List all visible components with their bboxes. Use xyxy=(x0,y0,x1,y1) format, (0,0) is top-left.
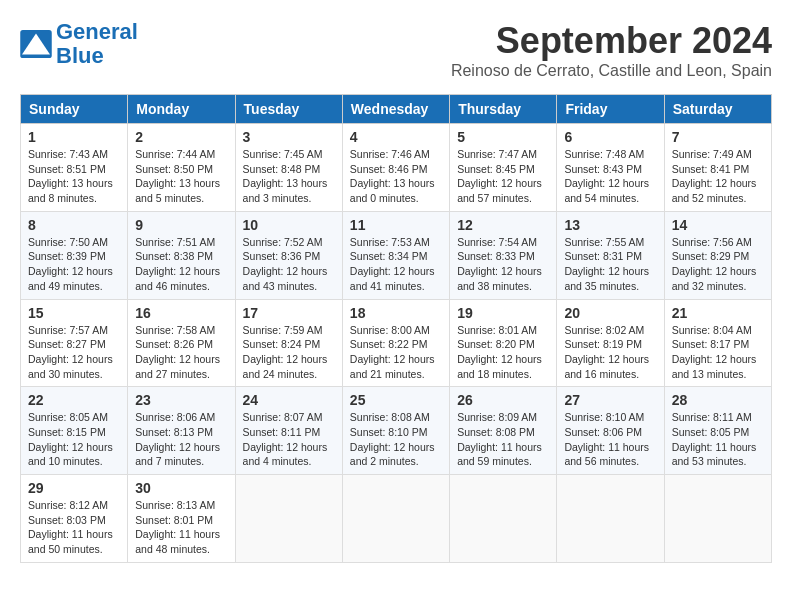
calendar-header-sunday: Sunday xyxy=(21,95,128,124)
calendar-cell xyxy=(450,475,557,563)
calendar-header-friday: Friday xyxy=(557,95,664,124)
day-number: 24 xyxy=(243,392,335,408)
day-number: 7 xyxy=(672,129,764,145)
day-info: Sunrise: 7:43 AMSunset: 8:51 PMDaylight:… xyxy=(28,147,120,206)
day-number: 20 xyxy=(564,305,656,321)
day-number: 21 xyxy=(672,305,764,321)
day-info: Sunrise: 8:09 AMSunset: 8:08 PMDaylight:… xyxy=(457,410,549,469)
day-number: 11 xyxy=(350,217,442,233)
calendar-cell: 1Sunrise: 7:43 AMSunset: 8:51 PMDaylight… xyxy=(21,124,128,212)
day-info: Sunrise: 7:48 AMSunset: 8:43 PMDaylight:… xyxy=(564,147,656,206)
calendar-cell: 23Sunrise: 8:06 AMSunset: 8:13 PMDayligh… xyxy=(128,387,235,475)
day-number: 18 xyxy=(350,305,442,321)
calendar-cell: 5Sunrise: 7:47 AMSunset: 8:45 PMDaylight… xyxy=(450,124,557,212)
day-number: 23 xyxy=(135,392,227,408)
day-info: Sunrise: 7:53 AMSunset: 8:34 PMDaylight:… xyxy=(350,235,442,294)
calendar-header-monday: Monday xyxy=(128,95,235,124)
day-info: Sunrise: 7:57 AMSunset: 8:27 PMDaylight:… xyxy=(28,323,120,382)
day-number: 6 xyxy=(564,129,656,145)
calendar-cell xyxy=(342,475,449,563)
calendar-header-saturday: Saturday xyxy=(664,95,771,124)
day-info: Sunrise: 8:02 AMSunset: 8:19 PMDaylight:… xyxy=(564,323,656,382)
calendar-cell: 15Sunrise: 7:57 AMSunset: 8:27 PMDayligh… xyxy=(21,299,128,387)
calendar-cell: 9Sunrise: 7:51 AMSunset: 8:38 PMDaylight… xyxy=(128,211,235,299)
calendar-cell: 26Sunrise: 8:09 AMSunset: 8:08 PMDayligh… xyxy=(450,387,557,475)
calendar-cell: 7Sunrise: 7:49 AMSunset: 8:41 PMDaylight… xyxy=(664,124,771,212)
day-number: 3 xyxy=(243,129,335,145)
day-number: 16 xyxy=(135,305,227,321)
day-info: Sunrise: 7:56 AMSunset: 8:29 PMDaylight:… xyxy=(672,235,764,294)
day-number: 15 xyxy=(28,305,120,321)
day-info: Sunrise: 8:13 AMSunset: 8:01 PMDaylight:… xyxy=(135,498,227,557)
day-info: Sunrise: 8:01 AMSunset: 8:20 PMDaylight:… xyxy=(457,323,549,382)
calendar-cell: 28Sunrise: 8:11 AMSunset: 8:05 PMDayligh… xyxy=(664,387,771,475)
day-info: Sunrise: 8:10 AMSunset: 8:06 PMDaylight:… xyxy=(564,410,656,469)
day-number: 22 xyxy=(28,392,120,408)
day-info: Sunrise: 7:59 AMSunset: 8:24 PMDaylight:… xyxy=(243,323,335,382)
day-number: 5 xyxy=(457,129,549,145)
day-info: Sunrise: 7:51 AMSunset: 8:38 PMDaylight:… xyxy=(135,235,227,294)
day-number: 25 xyxy=(350,392,442,408)
logo: General Blue xyxy=(20,20,138,68)
calendar-cell: 4Sunrise: 7:46 AMSunset: 8:46 PMDaylight… xyxy=(342,124,449,212)
day-info: Sunrise: 7:49 AMSunset: 8:41 PMDaylight:… xyxy=(672,147,764,206)
location-title: Reinoso de Cerrato, Castille and Leon, S… xyxy=(451,62,772,80)
calendar-cell: 20Sunrise: 8:02 AMSunset: 8:19 PMDayligh… xyxy=(557,299,664,387)
day-info: Sunrise: 7:50 AMSunset: 8:39 PMDaylight:… xyxy=(28,235,120,294)
day-info: Sunrise: 8:06 AMSunset: 8:13 PMDaylight:… xyxy=(135,410,227,469)
calendar-cell: 18Sunrise: 8:00 AMSunset: 8:22 PMDayligh… xyxy=(342,299,449,387)
day-info: Sunrise: 8:05 AMSunset: 8:15 PMDaylight:… xyxy=(28,410,120,469)
logo-line1: General xyxy=(56,19,138,44)
calendar-cell: 12Sunrise: 7:54 AMSunset: 8:33 PMDayligh… xyxy=(450,211,557,299)
day-number: 10 xyxy=(243,217,335,233)
day-number: 8 xyxy=(28,217,120,233)
calendar-cell: 24Sunrise: 8:07 AMSunset: 8:11 PMDayligh… xyxy=(235,387,342,475)
calendar-cell: 10Sunrise: 7:52 AMSunset: 8:36 PMDayligh… xyxy=(235,211,342,299)
calendar-cell: 14Sunrise: 7:56 AMSunset: 8:29 PMDayligh… xyxy=(664,211,771,299)
day-info: Sunrise: 7:45 AMSunset: 8:48 PMDaylight:… xyxy=(243,147,335,206)
calendar-header-tuesday: Tuesday xyxy=(235,95,342,124)
day-number: 1 xyxy=(28,129,120,145)
day-info: Sunrise: 7:52 AMSunset: 8:36 PMDaylight:… xyxy=(243,235,335,294)
calendar-cell: 29Sunrise: 8:12 AMSunset: 8:03 PMDayligh… xyxy=(21,475,128,563)
calendar-cell: 13Sunrise: 7:55 AMSunset: 8:31 PMDayligh… xyxy=(557,211,664,299)
day-number: 29 xyxy=(28,480,120,496)
calendar-cell: 22Sunrise: 8:05 AMSunset: 8:15 PMDayligh… xyxy=(21,387,128,475)
day-number: 9 xyxy=(135,217,227,233)
calendar-cell: 6Sunrise: 7:48 AMSunset: 8:43 PMDaylight… xyxy=(557,124,664,212)
day-number: 4 xyxy=(350,129,442,145)
day-number: 27 xyxy=(564,392,656,408)
day-info: Sunrise: 8:08 AMSunset: 8:10 PMDaylight:… xyxy=(350,410,442,469)
calendar-cell: 21Sunrise: 8:04 AMSunset: 8:17 PMDayligh… xyxy=(664,299,771,387)
day-info: Sunrise: 7:47 AMSunset: 8:45 PMDaylight:… xyxy=(457,147,549,206)
calendar-cell xyxy=(664,475,771,563)
day-number: 17 xyxy=(243,305,335,321)
calendar-cell: 30Sunrise: 8:13 AMSunset: 8:01 PMDayligh… xyxy=(128,475,235,563)
calendar-cell: 8Sunrise: 7:50 AMSunset: 8:39 PMDaylight… xyxy=(21,211,128,299)
month-title: September 2024 xyxy=(451,20,772,62)
calendar-cell: 17Sunrise: 7:59 AMSunset: 8:24 PMDayligh… xyxy=(235,299,342,387)
day-info: Sunrise: 7:58 AMSunset: 8:26 PMDaylight:… xyxy=(135,323,227,382)
day-number: 19 xyxy=(457,305,549,321)
calendar-cell: 25Sunrise: 8:08 AMSunset: 8:10 PMDayligh… xyxy=(342,387,449,475)
calendar-cell: 11Sunrise: 7:53 AMSunset: 8:34 PMDayligh… xyxy=(342,211,449,299)
day-info: Sunrise: 8:12 AMSunset: 8:03 PMDaylight:… xyxy=(28,498,120,557)
day-number: 13 xyxy=(564,217,656,233)
day-info: Sunrise: 7:54 AMSunset: 8:33 PMDaylight:… xyxy=(457,235,549,294)
day-number: 2 xyxy=(135,129,227,145)
calendar-cell: 27Sunrise: 8:10 AMSunset: 8:06 PMDayligh… xyxy=(557,387,664,475)
calendar-cell: 19Sunrise: 8:01 AMSunset: 8:20 PMDayligh… xyxy=(450,299,557,387)
calendar-cell: 16Sunrise: 7:58 AMSunset: 8:26 PMDayligh… xyxy=(128,299,235,387)
logo-line2: Blue xyxy=(56,43,104,68)
day-info: Sunrise: 8:07 AMSunset: 8:11 PMDaylight:… xyxy=(243,410,335,469)
day-number: 28 xyxy=(672,392,764,408)
day-info: Sunrise: 8:11 AMSunset: 8:05 PMDaylight:… xyxy=(672,410,764,469)
calendar-cell: 2Sunrise: 7:44 AMSunset: 8:50 PMDaylight… xyxy=(128,124,235,212)
calendar-cell: 3Sunrise: 7:45 AMSunset: 8:48 PMDaylight… xyxy=(235,124,342,212)
day-info: Sunrise: 8:00 AMSunset: 8:22 PMDaylight:… xyxy=(350,323,442,382)
day-number: 26 xyxy=(457,392,549,408)
day-info: Sunrise: 7:44 AMSunset: 8:50 PMDaylight:… xyxy=(135,147,227,206)
day-info: Sunrise: 7:55 AMSunset: 8:31 PMDaylight:… xyxy=(564,235,656,294)
day-number: 30 xyxy=(135,480,227,496)
calendar-header-thursday: Thursday xyxy=(450,95,557,124)
